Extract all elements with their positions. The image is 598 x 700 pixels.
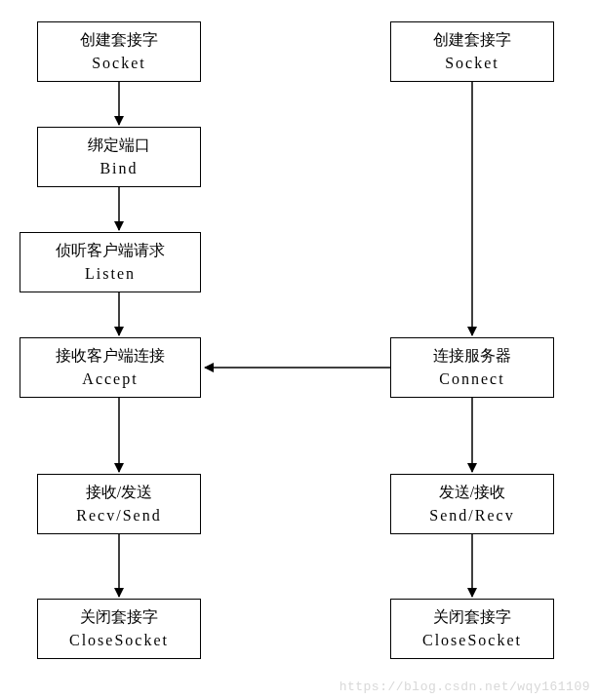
server-listen-box: 侦听客户端请求 Listen [20, 232, 201, 292]
box-label-cn: 侦听客户端请求 [56, 239, 165, 262]
box-label-cn: 关闭套接字 [80, 605, 158, 629]
box-label-en: Listen [85, 262, 136, 286]
watermark: https://blog.csdn.net/wqy161109 [339, 680, 590, 694]
box-label-en: CloseSocket [422, 629, 522, 652]
box-label-cn: 绑定端口 [88, 134, 150, 157]
server-close-box: 关闭套接字 CloseSocket [37, 599, 201, 659]
box-label-cn: 关闭套接字 [433, 605, 511, 629]
box-label-cn: 创建套接字 [80, 28, 158, 52]
client-socket-box: 创建套接字 Socket [390, 21, 554, 82]
box-label-en: Connect [439, 368, 504, 391]
box-label-en: Socket [445, 52, 499, 75]
box-label-en: Recv/Send [76, 504, 161, 527]
box-label-en: Socket [92, 52, 146, 75]
client-sendrecv-box: 发送/接收 Send/Recv [390, 474, 554, 534]
box-label-cn: 接收/发送 [86, 481, 152, 504]
server-socket-box: 创建套接字 Socket [37, 21, 201, 82]
box-label-en: Send/Recv [429, 504, 514, 527]
client-connect-box: 连接服务器 Connect [390, 337, 554, 398]
client-close-box: 关闭套接字 CloseSocket [390, 599, 554, 659]
box-label-cn: 创建套接字 [433, 28, 511, 52]
box-label-en: Accept [82, 368, 138, 391]
box-label-en: Bind [100, 157, 138, 180]
box-label-cn: 发送/接收 [439, 481, 505, 504]
box-label-en: CloseSocket [69, 629, 169, 652]
server-recvsend-box: 接收/发送 Recv/Send [37, 474, 201, 534]
box-label-cn: 连接服务器 [433, 344, 511, 368]
server-bind-box: 绑定端口 Bind [37, 127, 201, 187]
server-accept-box: 接收客户端连接 Accept [20, 337, 201, 398]
box-label-cn: 接收客户端连接 [56, 344, 165, 368]
